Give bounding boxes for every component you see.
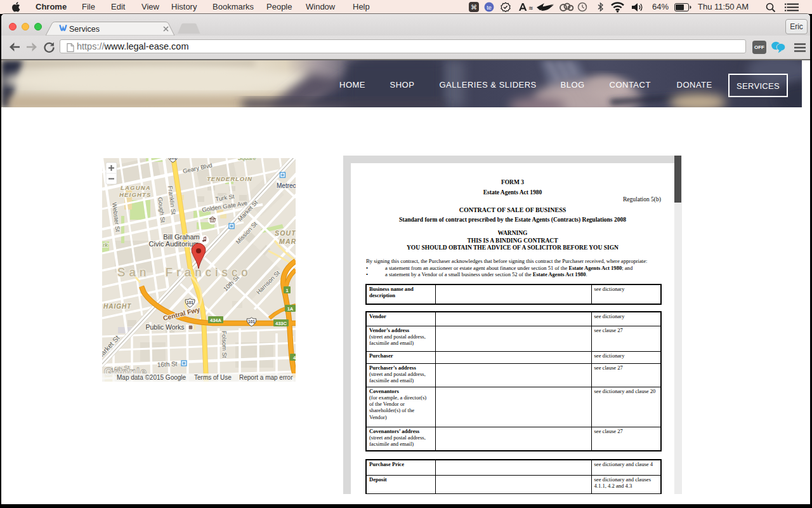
- svg-text:MARKE: MARKE: [279, 237, 296, 245]
- svg-text:SOUTH: SOUTH: [275, 229, 296, 237]
- svg-text:≋: ≋: [528, 5, 534, 11]
- svg-text:434A: 434A: [210, 318, 222, 323]
- svg-text:4: 4: [293, 355, 296, 361]
- svg-text:Map data ©2015 Google: Map data ©2015 Google: [117, 374, 187, 381]
- svg-text:1: 1: [285, 288, 288, 293]
- svg-text:1A: 1A: [287, 306, 294, 312]
- svg-text:LAGUNA: LAGUNA: [121, 184, 151, 191]
- svg-text:rk: rk: [103, 241, 108, 248]
- svg-text:Folsom St: Folsom St: [221, 331, 228, 358]
- svg-text:101: 101: [187, 300, 193, 305]
- svg-text:Report a map error: Report a map error: [239, 374, 293, 381]
- svg-text:101: 101: [169, 158, 176, 160]
- svg-text:101: 101: [248, 319, 255, 324]
- svg-text:Public Works: Public Works: [145, 323, 184, 331]
- svg-text:San Francisco: San Francisco: [117, 265, 252, 279]
- svg-text:433C: 433C: [275, 321, 287, 326]
- svg-text:Terms of Use: Terms of Use: [194, 374, 232, 381]
- svg-text:Square: Square: [238, 158, 256, 161]
- svg-text:TENDERLOIN: TENDERLOIN: [207, 175, 252, 182]
- svg-text:te: te: [487, 4, 492, 11]
- svg-text:Metreon: Metreon: [277, 182, 296, 189]
- svg-text:HAIGHT: HAIGHT: [103, 303, 131, 310]
- svg-text:Civic Auditorium: Civic Auditorium: [149, 240, 199, 248]
- svg-text:⌘: ⌘: [471, 4, 477, 11]
- svg-text:16th St: 16th St: [157, 360, 178, 368]
- svg-text:HEIGHTS: HEIGHTS: [119, 191, 152, 198]
